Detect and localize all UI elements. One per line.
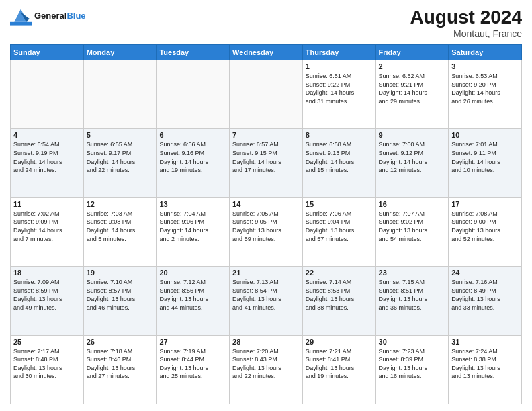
day-info: Sunrise: 7:03 AM Sunset: 9:08 PM Dayligh… [87, 210, 154, 243]
day-info: Sunrise: 7:05 AM Sunset: 9:05 PM Dayligh… [232, 210, 300, 243]
day-info: Sunrise: 7:20 AM Sunset: 8:43 PM Dayligh… [232, 347, 300, 381]
day-number: 4 [13, 131, 81, 139]
day-number: 6 [159, 131, 226, 139]
title-block: August 2024 Montaut, France [410, 7, 523, 39]
day-number: 2 [379, 62, 446, 71]
location: Montaut, France [410, 28, 523, 39]
calendar-day: 20Sunrise: 7:12 AM Sunset: 8:56 PM Dayli… [157, 267, 230, 335]
calendar-day: 24Sunrise: 7:16 AM Sunset: 8:49 PM Dayli… [449, 267, 522, 335]
day-info: Sunrise: 7:01 AM Sunset: 9:11 PM Dayligh… [451, 140, 519, 174]
calendar-day: 1Sunrise: 6:51 AM Sunset: 9:22 PM Daylig… [302, 60, 375, 129]
day-number: 12 [87, 200, 154, 208]
calendar-day: 21Sunrise: 7:13 AM Sunset: 8:54 PM Dayli… [230, 267, 303, 335]
calendar-day: 5Sunrise: 6:55 AM Sunset: 9:17 PM Daylig… [83, 129, 157, 197]
calendar-day: 23Sunrise: 7:15 AM Sunset: 8:51 PM Dayli… [375, 267, 449, 335]
day-info: Sunrise: 7:18 AM Sunset: 8:46 PM Dayligh… [87, 347, 154, 381]
day-info: Sunrise: 6:56 AM Sunset: 9:16 PM Dayligh… [159, 140, 226, 174]
day-info: Sunrise: 7:07 AM Sunset: 9:02 PM Dayligh… [379, 210, 446, 243]
day-number: 3 [451, 62, 519, 71]
day-info: Sunrise: 7:19 AM Sunset: 8:44 PM Dayligh… [159, 347, 226, 381]
calendar-day: 7Sunrise: 6:57 AM Sunset: 9:15 PM Daylig… [230, 129, 303, 197]
weekday-header-sunday: Sunday [11, 45, 84, 60]
day-number: 27 [159, 338, 226, 346]
calendar-day: 18Sunrise: 7:09 AM Sunset: 8:59 PM Dayli… [11, 267, 84, 335]
day-info: Sunrise: 7:04 AM Sunset: 9:06 PM Dayligh… [159, 210, 226, 243]
day-number: 8 [306, 131, 373, 139]
month-year: August 2024 [410, 7, 523, 28]
day-number: 29 [306, 338, 373, 346]
calendar-day [11, 60, 84, 129]
day-info: Sunrise: 7:23 AM Sunset: 8:39 PM Dayligh… [379, 347, 446, 381]
day-number: 5 [87, 131, 154, 139]
calendar-day: 19Sunrise: 7:10 AM Sunset: 8:57 PM Dayli… [83, 267, 157, 335]
calendar-day: 13Sunrise: 7:04 AM Sunset: 9:06 PM Dayli… [157, 197, 230, 266]
calendar-week-5: 25Sunrise: 7:17 AM Sunset: 8:48 PM Dayli… [11, 335, 522, 404]
calendar-day: 3Sunrise: 6:53 AM Sunset: 9:20 PM Daylig… [449, 60, 522, 129]
calendar-day: 4Sunrise: 6:54 AM Sunset: 9:19 PM Daylig… [11, 129, 84, 197]
calendar-day: 25Sunrise: 7:17 AM Sunset: 8:48 PM Dayli… [11, 335, 84, 404]
day-number: 9 [379, 131, 446, 139]
logo-text: GeneralBlue [34, 11, 86, 21]
day-info: Sunrise: 7:17 AM Sunset: 8:48 PM Dayligh… [13, 347, 81, 381]
calendar-day: 10Sunrise: 7:01 AM Sunset: 9:11 PM Dayli… [449, 129, 522, 197]
day-number: 21 [232, 269, 300, 277]
calendar-day: 6Sunrise: 6:56 AM Sunset: 9:16 PM Daylig… [157, 129, 230, 197]
calendar-day: 9Sunrise: 7:00 AM Sunset: 9:12 PM Daylig… [375, 129, 449, 197]
calendar-day: 28Sunrise: 7:20 AM Sunset: 8:43 PM Dayli… [230, 335, 303, 404]
day-info: Sunrise: 7:12 AM Sunset: 8:56 PM Dayligh… [159, 278, 226, 312]
logo-icon [10, 7, 32, 26]
page: GeneralBlue August 2024 Montaut, France … [0, 0, 532, 411]
day-number: 13 [159, 200, 226, 208]
calendar-week-2: 4Sunrise: 6:54 AM Sunset: 9:19 PM Daylig… [11, 129, 522, 197]
day-number: 18 [13, 269, 81, 277]
day-number: 20 [159, 269, 226, 277]
logo: GeneralBlue [10, 7, 86, 26]
day-info: Sunrise: 7:00 AM Sunset: 9:12 PM Dayligh… [379, 140, 446, 174]
day-info: Sunrise: 6:54 AM Sunset: 9:19 PM Dayligh… [13, 140, 81, 174]
day-info: Sunrise: 7:15 AM Sunset: 8:51 PM Dayligh… [379, 278, 446, 312]
day-number: 28 [232, 338, 300, 346]
calendar-day: 16Sunrise: 7:07 AM Sunset: 9:02 PM Dayli… [375, 197, 449, 266]
day-number: 25 [13, 338, 81, 346]
day-number: 17 [451, 200, 519, 208]
weekday-header-wednesday: Wednesday [230, 45, 303, 60]
day-number: 7 [232, 131, 300, 139]
day-number: 22 [306, 269, 373, 277]
day-info: Sunrise: 6:52 AM Sunset: 9:21 PM Dayligh… [379, 72, 446, 105]
day-number: 23 [379, 269, 446, 277]
day-info: Sunrise: 6:55 AM Sunset: 9:17 PM Dayligh… [87, 140, 154, 174]
day-number: 30 [379, 338, 446, 346]
day-info: Sunrise: 7:13 AM Sunset: 8:54 PM Dayligh… [232, 278, 300, 312]
calendar-day: 27Sunrise: 7:19 AM Sunset: 8:44 PM Dayli… [157, 335, 230, 404]
calendar-day: 11Sunrise: 7:02 AM Sunset: 9:09 PM Dayli… [11, 197, 84, 266]
weekday-header-thursday: Thursday [302, 45, 375, 60]
calendar-day: 30Sunrise: 7:23 AM Sunset: 8:39 PM Dayli… [375, 335, 449, 404]
day-info: Sunrise: 7:09 AM Sunset: 8:59 PM Dayligh… [13, 278, 81, 312]
svg-rect-3 [10, 22, 32, 26]
day-number: 15 [306, 200, 373, 208]
day-info: Sunrise: 6:58 AM Sunset: 9:13 PM Dayligh… [306, 140, 373, 174]
day-number: 19 [87, 269, 154, 277]
day-number: 16 [379, 200, 446, 208]
day-number: 1 [306, 62, 373, 71]
day-number: 10 [451, 131, 519, 139]
calendar-day: 8Sunrise: 6:58 AM Sunset: 9:13 PM Daylig… [302, 129, 375, 197]
day-info: Sunrise: 6:53 AM Sunset: 9:20 PM Dayligh… [451, 72, 519, 105]
day-number: 11 [13, 200, 81, 208]
day-number: 31 [451, 338, 519, 346]
calendar-day: 22Sunrise: 7:14 AM Sunset: 8:53 PM Dayli… [302, 267, 375, 335]
calendar-day: 29Sunrise: 7:21 AM Sunset: 8:41 PM Dayli… [302, 335, 375, 404]
weekday-header-tuesday: Tuesday [157, 45, 230, 60]
calendar-day [83, 60, 157, 129]
calendar-week-1: 1Sunrise: 6:51 AM Sunset: 9:22 PM Daylig… [11, 60, 522, 129]
weekday-header-saturday: Saturday [449, 45, 522, 60]
day-info: Sunrise: 7:02 AM Sunset: 9:09 PM Dayligh… [13, 210, 81, 243]
calendar-day: 15Sunrise: 7:06 AM Sunset: 9:04 PM Dayli… [302, 197, 375, 266]
day-number: 26 [87, 338, 154, 346]
day-info: Sunrise: 7:14 AM Sunset: 8:53 PM Dayligh… [306, 278, 373, 312]
calendar-week-3: 11Sunrise: 7:02 AM Sunset: 9:09 PM Dayli… [11, 197, 522, 266]
day-info: Sunrise: 7:08 AM Sunset: 9:00 PM Dayligh… [451, 210, 519, 243]
day-info: Sunrise: 7:16 AM Sunset: 8:49 PM Dayligh… [451, 278, 519, 312]
day-number: 14 [232, 200, 300, 208]
header: GeneralBlue August 2024 Montaut, France [10, 7, 522, 39]
